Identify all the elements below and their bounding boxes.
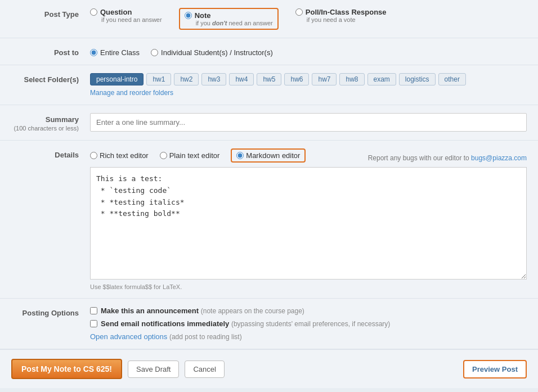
summary-input[interactable] <box>90 113 527 132</box>
folder-hw1[interactable]: hw1 <box>146 73 171 85</box>
folder-logistics[interactable]: logistics <box>399 73 436 85</box>
footer-left: Post My Note to CS 625! Save Draft Cance… <box>11 359 225 379</box>
save-draft-button[interactable]: Save Draft <box>128 361 179 378</box>
folder-hw6[interactable]: hw6 <box>284 73 309 85</box>
markdown-editor-label[interactable]: Markdown editor <box>246 151 300 160</box>
post-to-row: Post to Entire Class Individual Student(… <box>0 38 538 65</box>
post-to-label: Post to <box>11 46 90 57</box>
post-to-entire-class[interactable]: Entire Class <box>90 48 140 57</box>
folder-hw8[interactable]: hw8 <box>339 73 364 85</box>
entire-class-radio[interactable] <box>90 49 97 56</box>
folders-label: Select Folder(s) <box>11 73 90 84</box>
advanced-options-link[interactable]: Open advanced options <box>90 332 167 341</box>
advanced-options-row: Open advanced options (add post to readi… <box>90 332 527 341</box>
post-type-question[interactable]: Question if you need an answer <box>90 8 162 23</box>
manage-folders-link[interactable]: Manage and reorder folders <box>90 89 527 97</box>
folder-personal-intro[interactable]: personal-intro <box>90 73 144 85</box>
editor-markdown[interactable]: Markdown editor <box>231 148 306 163</box>
footer-right: Preview Post <box>463 360 527 379</box>
poll-sublabel: if you need a vote <box>307 16 356 23</box>
note-radio[interactable] <box>185 12 192 19</box>
note-label[interactable]: Note <box>195 11 211 20</box>
footer: Post My Note to CS 625! Save Draft Cance… <box>0 349 538 388</box>
plain-editor-label[interactable]: Plain text editor <box>169 151 220 160</box>
posting-options-content: Make this an announcement (note appears … <box>90 307 527 341</box>
details-label: Details <box>11 148 90 159</box>
poll-label[interactable]: Poll/In-Class Response <box>306 8 387 16</box>
folder-hw3[interactable]: hw3 <box>201 73 226 85</box>
posting-options-list: Make this an announcement (note appears … <box>90 307 527 341</box>
summary-row: Summary (100 characters or less) <box>0 105 538 141</box>
post-button[interactable]: Post My Note to CS 625! <box>11 359 122 379</box>
details-textarea[interactable]: This is a test: * `testing code` * *test… <box>90 167 527 280</box>
editor-plain[interactable]: Plain text editor <box>160 151 220 160</box>
post-type-note[interactable]: Note if you don't need an answer <box>179 8 279 30</box>
post-type-poll[interactable]: Poll/In-Class Response if you need a vot… <box>295 8 387 23</box>
details-content: Rich text editor Plain text editor Markd… <box>90 148 527 290</box>
folder-hw7[interactable]: hw7 <box>312 73 337 85</box>
post-to-content: Entire Class Individual Student(s) / Ins… <box>90 46 527 57</box>
summary-sublabel: (100 characters or less) <box>14 125 79 132</box>
note-sublabel: if you don't need an answer <box>196 20 273 26</box>
post-form: Post Type Question if you need an answer <box>0 0 538 388</box>
email-label[interactable]: Send email notifications immediately (by… <box>101 319 390 328</box>
folder-hw4[interactable]: hw4 <box>229 73 254 85</box>
bug-report: Report any bugs with our editor to bugs@… <box>368 154 527 162</box>
preview-button[interactable]: Preview Post <box>463 360 527 379</box>
question-label[interactable]: Question <box>100 8 132 16</box>
plain-editor-radio[interactable] <box>160 152 167 159</box>
announcement-checkbox[interactable] <box>90 307 97 314</box>
bug-email-link[interactable]: bugs@piazza.com <box>471 154 527 162</box>
question-sublabel: if you need an answer <box>101 16 162 23</box>
folders-content: personal-intro hw1 hw2 hw3 hw4 hw5 hw6 h… <box>90 73 527 97</box>
post-type-row: Post Type Question if you need an answer <box>0 0 538 38</box>
latex-hint: Use $$latex formula$$ for LaTeX. <box>90 283 527 290</box>
individual-radio[interactable] <box>151 49 158 56</box>
folder-hw5[interactable]: hw5 <box>257 73 281 85</box>
posting-options-row: Posting Options Make this an announcemen… <box>0 299 538 349</box>
announcement-label[interactable]: Make this an announcement (note appears … <box>101 307 304 315</box>
poll-radio[interactable] <box>295 8 303 16</box>
summary-label: Summary (100 characters or less) <box>11 113 90 132</box>
folders-list: personal-intro hw1 hw2 hw3 hw4 hw5 hw6 h… <box>90 73 527 85</box>
folder-hw2[interactable]: hw2 <box>174 73 199 85</box>
announcement-option[interactable]: Make this an announcement (note appears … <box>90 307 527 315</box>
post-to-options: Entire Class Individual Student(s) / Ins… <box>90 46 527 57</box>
cancel-button[interactable]: Cancel <box>185 361 224 378</box>
advanced-options-sub: (add post to reading list) <box>169 333 242 341</box>
email-option[interactable]: Send email notifications immediately (by… <box>90 319 527 328</box>
post-type-label: Post Type <box>11 8 90 19</box>
summary-content <box>90 113 527 132</box>
email-checkbox[interactable] <box>90 320 97 327</box>
post-type-options: Question if you need an answer Note if y… <box>90 8 527 30</box>
rich-editor-radio[interactable] <box>90 152 97 159</box>
rich-editor-label[interactable]: Rich text editor <box>100 151 149 160</box>
posting-options-label: Posting Options <box>11 307 90 317</box>
post-type-content: Question if you need an answer Note if y… <box>90 8 527 30</box>
folder-exam[interactable]: exam <box>367 73 396 85</box>
editor-header: Rich text editor Plain text editor Markd… <box>90 148 527 167</box>
details-row: Details Rich text editor Plain text edit… <box>0 141 538 299</box>
individual-label[interactable]: Individual Student(s) / Instructor(s) <box>161 48 273 57</box>
post-to-individual[interactable]: Individual Student(s) / Instructor(s) <box>151 48 273 57</box>
folders-row: Select Folder(s) personal-intro hw1 hw2 … <box>0 65 538 105</box>
editor-options: Rich text editor Plain text editor Markd… <box>90 148 317 163</box>
editor-rich[interactable]: Rich text editor <box>90 151 149 160</box>
markdown-editor-radio[interactable] <box>236 152 244 159</box>
folder-other[interactable]: other <box>438 73 466 85</box>
entire-class-label[interactable]: Entire Class <box>100 48 140 57</box>
question-radio[interactable] <box>90 8 97 16</box>
